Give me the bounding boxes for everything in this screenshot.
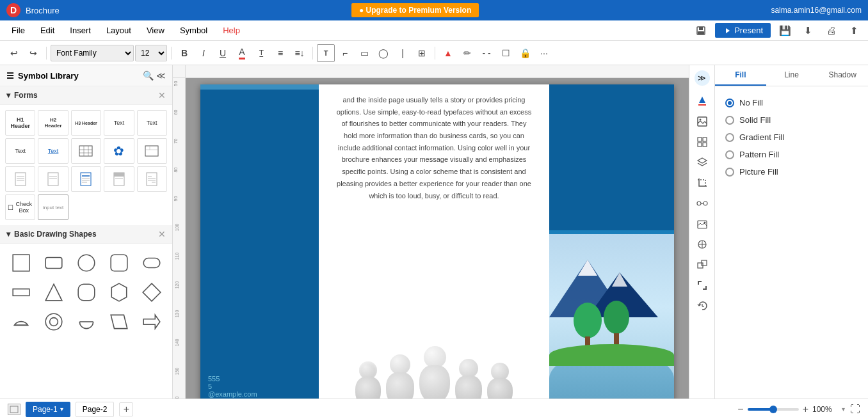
- more-button[interactable]: ···: [535, 44, 553, 62]
- pattern-fill-radio[interactable]: [725, 150, 734, 159]
- shapes-section-header[interactable]: ▾ Basic Drawing Shapes ✕: [0, 225, 172, 244]
- fill-icon-btn[interactable]: [693, 92, 711, 110]
- expand-panel-button[interactable]: ≫: [695, 70, 710, 86]
- form-item-image[interactable]: [137, 138, 167, 164]
- shape-circle[interactable]: [72, 250, 100, 276]
- fullscreen-button[interactable]: ⛶: [850, 404, 860, 415]
- zoom-out-button[interactable]: −: [737, 404, 743, 415]
- shape-tool-button[interactable]: ⌐: [336, 44, 354, 62]
- rect-tool-button[interactable]: ▭: [355, 44, 373, 62]
- circle-tool-button[interactable]: ◯: [374, 44, 392, 62]
- menu-help[interactable]: Help: [216, 23, 246, 38]
- page-1-tab[interactable]: Page-1 ▾: [26, 402, 70, 417]
- form-item-doc4[interactable]: [104, 166, 134, 192]
- present-button[interactable]: Present: [715, 23, 771, 38]
- text-transform-button[interactable]: T̲: [252, 44, 270, 62]
- form-item-flower[interactable]: ✿: [104, 138, 134, 164]
- download2-icon-btn[interactable]: ⬇: [799, 22, 817, 40]
- upgrade-button[interactable]: Upgrade to Premium Version: [351, 3, 479, 17]
- transform-icon-btn[interactable]: [693, 235, 711, 253]
- image-icon-btn[interactable]: [693, 113, 711, 130]
- shape-small-rect[interactable]: [6, 280, 35, 305]
- form-item-doc1[interactable]: [5, 166, 35, 192]
- form-item-doc5[interactable]: [137, 166, 167, 192]
- shape-diamond[interactable]: [137, 280, 166, 305]
- shape-arrow[interactable]: [137, 309, 166, 335]
- shape-circle2[interactable]: [39, 309, 68, 335]
- no-fill-radio[interactable]: [725, 99, 734, 107]
- share-icon-btn[interactable]: ⬆: [845, 22, 863, 40]
- fill-color-button[interactable]: ▲: [439, 44, 457, 62]
- zoom-slider-thumb[interactable]: [769, 406, 777, 413]
- forms-close-icon[interactable]: ✕: [158, 90, 166, 100]
- pages-view-icon[interactable]: [8, 404, 20, 415]
- gradient-fill-option[interactable]: Gradient Fill: [723, 129, 860, 146]
- text-box-button[interactable]: T: [317, 44, 335, 62]
- shape-rounded-square2[interactable]: [72, 280, 100, 305]
- menu-layout[interactable]: Layout: [100, 23, 138, 38]
- page-2-tab[interactable]: Page-2: [76, 402, 115, 417]
- menu-view[interactable]: View: [140, 23, 171, 38]
- form-item-doc2[interactable]: [38, 166, 68, 192]
- shape-hexagon[interactable]: [104, 280, 133, 305]
- menu-insert[interactable]: Insert: [63, 23, 97, 38]
- lock-button[interactable]: 🔒: [516, 44, 534, 62]
- line-tool-button[interactable]: |: [394, 44, 412, 62]
- list-button[interactable]: ≡↓: [291, 44, 309, 62]
- zoom-slider[interactable]: [748, 408, 799, 411]
- picture-fill-radio[interactable]: [725, 168, 734, 177]
- form-item-h1[interactable]: H1 Header: [5, 110, 35, 136]
- checkbox-button[interactable]: ☐: [497, 44, 515, 62]
- shadow-tab[interactable]: Shadow: [817, 65, 868, 86]
- menu-edit[interactable]: Edit: [34, 23, 61, 38]
- fill-tab[interactable]: Fill: [715, 65, 766, 86]
- panel-search-button[interactable]: 🔍: [143, 70, 154, 81]
- picture-fill-option[interactable]: Picture Fill: [723, 163, 860, 180]
- crop-icon-btn[interactable]: [693, 174, 711, 192]
- solid-fill-radio[interactable]: [725, 116, 734, 125]
- underline-button[interactable]: U: [214, 44, 232, 62]
- no-fill-option[interactable]: No Fill: [723, 94, 860, 111]
- pen-button[interactable]: ✏: [458, 44, 476, 62]
- history-icon-btn[interactable]: [693, 297, 711, 315]
- form-item-input[interactable]: input text: [38, 194, 68, 220]
- italic-button[interactable]: I: [195, 44, 213, 62]
- save-icon-btn[interactable]: [692, 22, 710, 40]
- form-item-h3[interactable]: H3 Header: [71, 110, 101, 136]
- font-size-select[interactable]: 12: [135, 45, 167, 61]
- form-item-link[interactable]: Text: [38, 138, 68, 164]
- form-item-doc3[interactable]: [71, 166, 101, 192]
- arrange-icon-btn[interactable]: [693, 256, 711, 274]
- menu-symbol[interactable]: Symbol: [173, 23, 214, 38]
- shape-parallelogram[interactable]: [104, 309, 133, 335]
- image-tool-button[interactable]: ⊞: [413, 44, 431, 62]
- download-icon-btn[interactable]: 💾: [776, 22, 794, 40]
- shape-triangle[interactable]: [39, 280, 68, 305]
- forms-section-header[interactable]: ▾ Forms ✕: [0, 86, 172, 105]
- shape-square[interactable]: [6, 250, 35, 276]
- zoom-dropdown-icon[interactable]: ▾: [842, 406, 845, 413]
- font-family-select[interactable]: Font Family: [51, 45, 134, 61]
- redo-button[interactable]: ↪: [24, 44, 42, 62]
- align-button[interactable]: ≡: [271, 44, 289, 62]
- shape-stadium[interactable]: [137, 250, 166, 276]
- zoom-in-button[interactable]: +: [803, 404, 808, 415]
- gradient-fill-radio[interactable]: [725, 133, 734, 142]
- shape-rounded-square[interactable]: [104, 250, 133, 276]
- form-item-checkbox[interactable]: ☐Check Box: [5, 194, 35, 220]
- shape-half-circle2[interactable]: [72, 309, 100, 335]
- photo-icon-btn[interactable]: [693, 215, 711, 233]
- resize-icon-btn[interactable]: [693, 276, 711, 294]
- grid-icon-btn[interactable]: [693, 133, 711, 151]
- line-tab[interactable]: Line: [766, 65, 817, 86]
- form-item-text3[interactable]: Text: [5, 138, 35, 164]
- form-item-h2[interactable]: H2 Header: [38, 110, 68, 136]
- shapes-close-icon[interactable]: ✕: [158, 229, 166, 239]
- bold-button[interactable]: B: [175, 44, 193, 62]
- form-item-text2[interactable]: Text: [137, 110, 167, 136]
- connect-icon-btn[interactable]: [693, 194, 711, 212]
- shape-half-circle[interactable]: [6, 309, 35, 335]
- form-item-table[interactable]: [71, 138, 101, 164]
- panel-collapse-button[interactable]: ≪: [156, 70, 166, 81]
- add-page-button[interactable]: +: [119, 402, 133, 416]
